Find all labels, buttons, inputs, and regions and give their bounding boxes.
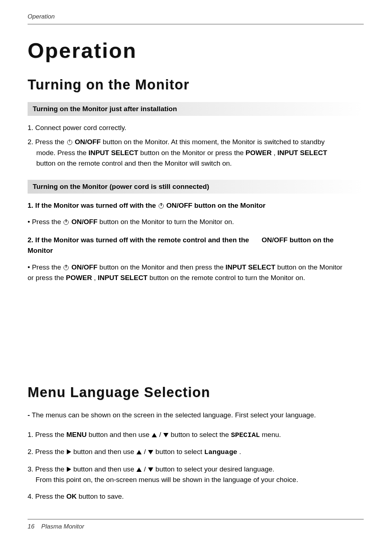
right-arrow-icon: [67, 449, 71, 454]
banner-after-installation: Turning on the Monitor just after instal…: [28, 102, 364, 116]
up-arrow-icon: [136, 450, 142, 454]
chapter-title: Operation: [28, 38, 364, 62]
language-step-4: 4. Press the OK button to save.: [36, 491, 322, 502]
down-arrow-icon: [148, 467, 153, 472]
text-fragment: The menus can be shown on the screen in …: [32, 411, 316, 419]
language-step-3: 3. Press the button and then use / butto…: [36, 464, 322, 485]
text-fragment: button on the Monitor and then press the: [99, 263, 226, 271]
text-fragment: button to select the: [171, 431, 231, 438]
text-fragment: ON/OFF button on the Monitor: [166, 202, 265, 209]
text-fragment: 4. Press the: [28, 493, 66, 500]
text-fragment: button on the remote control to turn the…: [150, 274, 305, 281]
label-menu: MENU: [66, 431, 87, 438]
header-rule: [28, 24, 364, 24]
scenario-2-note: • Press the ON/OFF button on the Monitor…: [28, 262, 347, 283]
language-step-1: 1. Press the MENU button and then use / …: [36, 429, 322, 441]
text-fragment: button on the Monitor or press the: [140, 149, 245, 157]
text-fragment: 2. Press the: [28, 138, 66, 146]
scenario-1-note: • Press the ON/OFF button on the Monitor…: [28, 216, 347, 227]
text-fragment: 1. If the Monitor was turned off with th…: [28, 202, 158, 209]
label-input-select: INPUT SELECT: [277, 149, 327, 157]
power-icon: [159, 203, 164, 208]
label-onoff: ON/OFF: [72, 218, 98, 226]
label-language: Language: [204, 448, 237, 456]
label-power: POWER: [66, 274, 92, 281]
down-arrow-icon: [163, 433, 168, 437]
text-fragment: ,: [274, 149, 278, 157]
text-fragment: button on the remote control and then th…: [36, 159, 232, 167]
label-input-select: INPUT SELECT: [98, 274, 147, 281]
text-fragment: button to select: [155, 448, 204, 455]
power-icon: [64, 265, 69, 270]
text-fragment: From this point on, the on-screen menus …: [36, 476, 298, 483]
section-turning-on: Turning on the Monitor: [28, 77, 364, 93]
text-fragment: button to save.: [78, 493, 124, 500]
scenario-1-heading: 1. If the Monitor was turned off with th…: [28, 200, 347, 211]
bullet-icon: •: [28, 263, 32, 271]
text-fragment: 2. Press the: [28, 448, 66, 455]
dash-icon: -: [28, 411, 32, 419]
running-header: Operation: [28, 13, 364, 24]
label-power: POWER: [246, 149, 272, 157]
text-fragment: /: [159, 431, 163, 438]
text-fragment: 2. If the Monitor was turned off with th…: [28, 236, 251, 244]
text-fragment: button and then use: [89, 431, 151, 438]
power-icon: [64, 220, 69, 225]
power-icon: [67, 140, 72, 145]
down-arrow-icon: [148, 450, 153, 454]
text-fragment: menu.: [262, 431, 281, 438]
install-step-2: 2. Press the ON/OFF button on the Monito…: [36, 137, 338, 169]
label-ok: OK: [66, 493, 77, 500]
footer-rule: [28, 519, 364, 519]
banner-power-connected: Turning on the Monitor (power cord is st…: [28, 180, 364, 194]
bullet-icon: •: [28, 218, 32, 226]
text-fragment: button and then use: [73, 465, 136, 473]
text-fragment: /: [144, 465, 148, 473]
text-fragment: button on the Monitor to turn the Monito…: [99, 218, 234, 226]
label-input-select: INPUT SELECT: [89, 149, 138, 157]
up-arrow-icon: [152, 433, 157, 437]
label-onoff: ON/OFF: [75, 138, 101, 146]
install-step-1: 1. Connect power cord correctly.: [36, 122, 338, 133]
label-input-select: INPUT SELECT: [225, 263, 275, 271]
text-fragment: 1. Press the: [28, 431, 66, 438]
text-fragment: Press the: [32, 263, 63, 271]
footer-label: Plasma Monitor: [41, 523, 84, 530]
up-arrow-icon: [136, 467, 142, 472]
page-number: 16: [28, 523, 34, 530]
text-fragment: .: [239, 448, 241, 455]
scenario-2-heading: 2. If the Monitor was turned off with th…: [28, 235, 347, 256]
text-fragment: button and then use: [73, 448, 136, 455]
text-fragment: 3. Press the: [28, 465, 66, 473]
page-footer: 16 Plasma Monitor: [28, 519, 364, 530]
right-arrow-icon: [67, 467, 71, 472]
language-intro: - The menus can be shown on the screen i…: [28, 410, 364, 420]
text-fragment: ,: [94, 274, 98, 281]
text-fragment: button to select your desired language.: [155, 465, 274, 473]
label-special: SPECIAL: [231, 431, 260, 439]
section-menu-language: Menu Language Selection: [28, 385, 364, 400]
text-fragment: /: [144, 448, 148, 455]
language-step-2: 2. Press the button and then use / butto…: [36, 446, 322, 458]
text-fragment: Press the: [32, 218, 63, 226]
label-onoff: ON/OFF: [72, 263, 98, 271]
